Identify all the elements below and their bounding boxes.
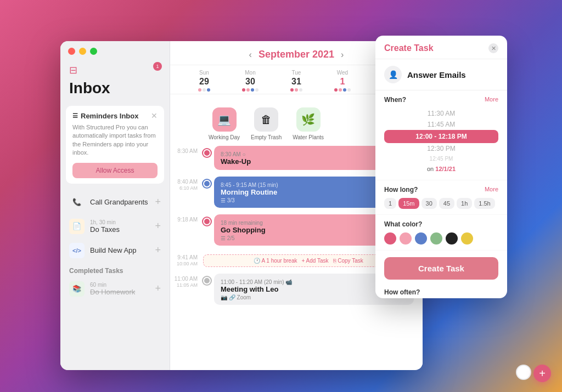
dot xyxy=(251,88,254,92)
time-option-1130[interactable]: 11:30 AM xyxy=(384,108,498,119)
time-918: 9:18 AM xyxy=(170,214,203,223)
traffic-light-yellow[interactable] xyxy=(79,48,86,55)
next-month-button[interactable]: › xyxy=(341,50,344,60)
sidebar-task-call-grandparents[interactable]: 📞 Call Grandparents + xyxy=(60,190,170,214)
time-1100: 11:00 AM11:05 AM xyxy=(170,274,203,288)
dot xyxy=(255,88,258,92)
task-label: Build New App xyxy=(90,246,137,254)
duration-1[interactable]: 1 xyxy=(384,198,396,209)
completed-section-title: Completed Tasks xyxy=(60,263,170,277)
time-option-1245[interactable]: 12:45 PM xyxy=(384,154,498,163)
break-label: 🕐 A 1 hour break xyxy=(254,258,297,264)
color-blue[interactable] xyxy=(415,232,427,245)
top-task-water-plants[interactable]: 🌿 Water Plants xyxy=(293,107,324,140)
day-name-sun: Sun xyxy=(181,70,227,76)
task-icon-code: </> xyxy=(69,243,85,258)
dot xyxy=(334,88,338,92)
color-section: What color? xyxy=(375,215,507,251)
day-name-wed: Wed xyxy=(319,70,366,76)
duration-15h[interactable]: 1.5h xyxy=(474,198,494,209)
add-task-icon-2[interactable]: + xyxy=(155,220,161,232)
dot xyxy=(203,88,206,92)
water-plants-label: Water Plants xyxy=(293,134,324,140)
task-icon-phone: 📞 xyxy=(69,195,85,210)
how-long-more-link[interactable]: More xyxy=(485,186,498,194)
color-green[interactable] xyxy=(430,232,442,245)
time-option-1145[interactable]: 11:45 AM xyxy=(384,119,498,130)
top-task-working-day[interactable]: 💻 Working Day xyxy=(209,107,240,140)
sidebar-task-do-taxes[interactable]: 📄 1h, 30 min Do Taxes + xyxy=(60,214,170,238)
day-dots-30 xyxy=(227,88,273,92)
fab-add-button[interactable]: + xyxy=(533,365,551,382)
task-meta: 1h, 30 min xyxy=(90,219,120,225)
dot xyxy=(299,88,302,92)
prev-month-button[interactable]: ‹ xyxy=(249,50,252,60)
time-840: 8:40 AM6:10 AM xyxy=(170,177,203,191)
create-task-modal: Create Task ✕ 👤 Answer Emails When? More… xyxy=(375,36,507,298)
when-label: When? xyxy=(384,96,406,104)
dot xyxy=(207,88,210,92)
day-number-1[interactable]: 1 xyxy=(319,77,366,87)
day-col-wed: Wed 1 xyxy=(319,70,366,92)
color-label: What color? xyxy=(384,220,498,228)
when-more-link[interactable]: More xyxy=(485,96,498,104)
dot xyxy=(198,88,201,92)
completed-meta: 60 min xyxy=(90,282,135,288)
day-name-mon: Mon xyxy=(227,70,273,76)
task-label: Do Taxes xyxy=(90,225,120,234)
dot xyxy=(343,88,346,92)
modal-title: Create Task xyxy=(384,43,434,53)
color-black[interactable] xyxy=(446,232,458,245)
day-number-30[interactable]: 30 xyxy=(227,77,273,87)
working-day-label: Working Day xyxy=(209,134,240,140)
dot xyxy=(347,88,351,92)
traffic-lights xyxy=(68,48,97,55)
color-yellow[interactable] xyxy=(461,232,473,245)
add-task-icon-1[interactable]: + xyxy=(155,196,161,208)
top-task-empty-trash[interactable]: 🗑 Empty Trash xyxy=(251,107,282,140)
add-task-icon-3[interactable]: + xyxy=(155,245,161,256)
water-plants-icon: 🌿 xyxy=(296,107,321,132)
modal-close-button[interactable]: ✕ xyxy=(488,43,498,53)
add-task-link[interactable]: + Add Task xyxy=(301,258,328,264)
add-completed-icon[interactable]: + xyxy=(155,283,161,294)
duration-30[interactable]: 30 xyxy=(422,198,437,209)
month-title: September 2021 xyxy=(258,49,334,60)
copy-task-link[interactable]: ⎘ Copy Task xyxy=(333,258,363,264)
create-task-button[interactable]: Create Task xyxy=(384,257,498,280)
duration-1h[interactable]: 1h xyxy=(457,198,472,209)
app-window: ⊟ 1 Inbox ☰ Reminders Inbox ✕ With Struc… xyxy=(60,41,423,370)
how-long-header: How long? More xyxy=(384,186,498,194)
traffic-light-green[interactable] xyxy=(90,48,97,55)
reminders-title: ☰ Reminders Inbox xyxy=(72,112,138,120)
allow-access-button[interactable]: Allow Access xyxy=(72,163,158,178)
time-941: 9:41 AM10:00 AM xyxy=(170,252,203,266)
day-number-29[interactable]: 29 xyxy=(181,77,227,87)
working-day-icon: 💻 xyxy=(212,107,237,132)
reminders-description: With Structured Pro you can automaticall… xyxy=(72,123,158,157)
traffic-light-red[interactable] xyxy=(68,48,75,55)
color-lightpink[interactable] xyxy=(400,232,412,245)
duration-45[interactable]: 45 xyxy=(439,198,454,209)
day-dots-1 xyxy=(319,88,366,92)
time-option-selected[interactable]: 12:00 - 12:18 PM xyxy=(384,130,498,143)
dot xyxy=(339,88,342,92)
dot xyxy=(295,88,298,92)
reminders-header: ☰ Reminders Inbox ✕ xyxy=(72,111,158,120)
sidebar-task-build-new-app[interactable]: </> Build New App + xyxy=(60,238,170,263)
how-long-label: How long? xyxy=(384,186,418,194)
day-dots-29 xyxy=(181,88,227,92)
when-section: When? More 11:30 AM 11:45 AM 12:00 - 12:… xyxy=(375,90,507,180)
reminders-section: ☰ Reminders Inbox ✕ With Structured Pro … xyxy=(66,106,164,184)
modal-header: Create Task ✕ xyxy=(375,36,507,59)
dot xyxy=(290,88,294,92)
day-number-31[interactable]: 31 xyxy=(273,77,319,87)
empty-trash-label: Empty Trash xyxy=(251,134,282,140)
color-pink[interactable] xyxy=(384,232,396,245)
time-option-1230[interactable]: 12:30 PM xyxy=(384,143,498,154)
reminders-close-icon[interactable]: ✕ xyxy=(151,111,158,120)
sidebar-completed-homework[interactable]: 📚 60 min Do Homework + xyxy=(60,277,170,301)
completed-label: Do Homework xyxy=(90,288,135,296)
duration-15m[interactable]: 15m xyxy=(398,198,419,209)
task-name-text: Answer Emails xyxy=(407,70,466,79)
